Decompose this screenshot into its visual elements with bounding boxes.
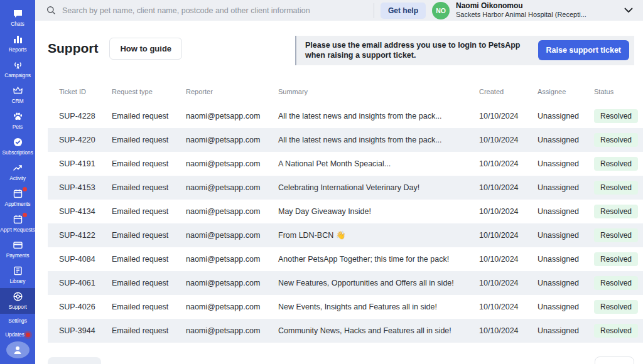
ticket-id-cell: SUP-4084 [48,247,107,271]
reporter-cell: naomi@petsapp.com [181,176,273,200]
status-badge: Resolved [594,324,638,338]
table-row[interactable]: SUP-4061 Emailed request naomi@petsapp.c… [48,271,643,295]
notice-text: Please use the email address you use to … [305,40,531,61]
request-type-cell: Emailed request [107,176,181,200]
assignee-cell: Unassigned [532,200,589,223]
next-page-button[interactable]: Next [595,356,634,364]
table-row[interactable]: SUP-4122 Emailed request naomi@petsapp.c… [48,223,643,247]
sidebar-item-label: Campaigns [4,72,31,78]
sidebar-item-reports[interactable]: Reports [0,31,35,56]
sidebar-item-subscriptions[interactable]: Subscriptions [0,134,35,159]
chat-bubble-icon [13,8,23,19]
life-ring-icon [13,291,23,302]
profile-avatar[interactable] [6,341,30,358]
table-row[interactable]: SUP-4026 Emailed request naomi@petsapp.c… [48,295,643,319]
status-badge: Resolved [594,252,638,266]
sidebar-item-campaigns[interactable]: Campaigns [0,56,35,82]
table-row[interactable]: SUP-4228 Emailed request naomi@petsapp.c… [48,104,643,128]
status-cell: Resolved [589,271,643,295]
paw-icon [13,111,23,122]
page-header: Support How to guide Please use the emai… [35,21,643,65]
status-cell: Resolved [589,223,643,247]
reporter-cell: naomi@petsapp.com [181,128,273,152]
sidebar-item-payments[interactable]: Payments [0,237,35,262]
ticket-id-cell: SUP-4134 [48,200,107,223]
bar-chart-icon [13,34,23,45]
summary-cell: Community News, Hacks and Features all i… [273,319,474,343]
sidebar-item-library[interactable]: Library [0,262,35,288]
status-badge: Resolved [594,228,638,242]
sidebar-item-label: Chats [11,21,24,27]
ticket-id-cell: SUP-4061 [48,271,107,295]
pagination: Previous 1 / 5 Next [48,356,634,364]
request-type-cell: Emailed request [107,104,181,128]
sidebar-item-support[interactable]: Support [0,288,35,314]
reporter-cell: naomi@petsapp.com [181,152,273,176]
summary-cell: All the latest news and insights from th… [273,128,474,152]
sidebar: Chats Reports Campaigns CRM Pets Subscri… [0,0,35,364]
table-row[interactable]: SUP-4084 Emailed request naomi@petsapp.c… [48,247,643,271]
status-badge: Resolved [594,109,638,123]
table-row[interactable]: SUP-4134 Emailed request naomi@petsapp.c… [48,200,643,223]
broadcast-icon [13,60,23,70]
ticket-id-cell: SUP-4026 [48,295,107,319]
search-input[interactable] [62,6,367,15]
sidebar-item-chats[interactable]: Chats [0,0,35,31]
sidebar-item-settings[interactable]: Settings [0,314,35,328]
notification-dot [26,333,30,337]
table-row[interactable]: SUP-4191 Emailed request naomi@petsapp.c… [48,152,643,176]
badge-check-icon [13,137,23,147]
ticket-id-cell: SUP-4122 [48,223,107,247]
created-cell: 10/10/2024 [474,176,532,200]
created-cell: 10/10/2024 [474,152,532,176]
sidebar-item-label: Subscriptions [2,149,33,156]
sidebar-item-label: Reports [9,46,27,53]
created-cell: 10/10/2024 [474,247,532,271]
user-avatar[interactable]: NO [432,2,450,19]
reporter-cell: naomi@petsapp.com [181,200,273,223]
table-row[interactable]: SUP-4153 Emailed request naomi@petsapp.c… [48,176,643,200]
previous-page-button[interactable]: Previous [48,357,101,364]
sidebar-item-updates[interactable]: Updates [0,328,35,341]
summary-cell: A National Pet Month Speacial... [273,152,474,176]
notification-dot [23,213,27,217]
summary-cell: Another PetsApp Together; this time for … [273,247,474,271]
status-badge: Resolved [594,205,638,218]
table-row[interactable]: SUP-4220 Emailed request naomi@petsapp.c… [48,128,643,152]
created-cell: 10/10/2024 [474,128,532,152]
reporter-cell: naomi@petsapp.com [181,295,273,319]
sidebar-item-label: Support [9,304,27,310]
request-type-cell: Emailed request [107,247,181,271]
how-to-guide-button[interactable]: How to guide [109,38,182,60]
get-help-button[interactable]: Get help [381,3,426,19]
status-cell: Resolved [589,247,643,271]
sidebar-item-pets[interactable]: Pets [0,108,35,134]
column-header-ticket-id: Ticket ID [48,84,107,104]
assignee-cell: Unassigned [532,223,589,247]
ticket-id-cell: SUP-4153 [48,176,107,200]
account-menu-toggle[interactable] [619,4,638,16]
sidebar-item-label: Payments [6,252,30,259]
sidebar-item-label: Updates [5,331,30,338]
chevron-down-icon [624,8,633,13]
summary-cell: May Day Giveaway Inside! [273,200,474,223]
reporter-cell: naomi@petsapp.com [181,271,273,295]
created-cell: 10/10/2024 [474,104,532,128]
request-type-cell: Emailed request [107,319,181,343]
sidebar-item-activity[interactable]: Activity [0,159,35,185]
created-cell: 10/10/2024 [474,295,532,319]
sidebar-item-appointment-requests[interactable]: App't Requests [0,211,35,237]
reporter-cell: naomi@petsapp.com [181,247,273,271]
sidebar-item-appointments[interactable]: Appt'ments [0,185,35,211]
status-cell: Resolved [589,176,643,200]
sidebar-item-label: Library [10,278,26,284]
table-row[interactable]: SUP-3944 Emailed request naomi@petsapp.c… [48,319,643,343]
assignee-cell: Unassigned [532,271,589,295]
summary-cell: New Features, Opportunities and Offers a… [273,271,474,295]
sidebar-item-crm[interactable]: CRM [0,82,35,108]
status-badge: Resolved [594,181,638,195]
column-header-assignee: Assignee [532,84,589,104]
request-type-cell: Emailed request [107,152,181,176]
raise-support-ticket-button[interactable]: Raise support ticket [538,40,629,60]
request-type-cell: Emailed request [107,295,181,319]
